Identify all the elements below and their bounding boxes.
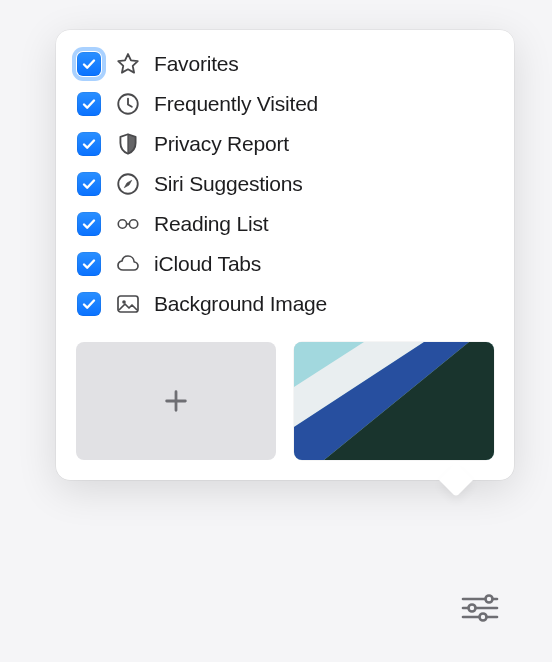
checkbox-siri-suggestions[interactable] <box>77 172 101 196</box>
svg-point-2 <box>118 220 126 228</box>
checkmark-icon <box>81 256 97 272</box>
option-privacy-report[interactable]: Privacy Report <box>76 128 494 160</box>
checkbox-wrap <box>76 91 102 117</box>
checkbox-wrap <box>76 251 102 277</box>
checkmark-icon <box>81 136 97 152</box>
sliders-icon <box>459 592 501 624</box>
checkmark-icon <box>81 296 97 312</box>
checkmark-icon <box>81 216 97 232</box>
checkbox-wrap <box>76 171 102 197</box>
option-label: Background Image <box>154 292 327 316</box>
checkbox-privacy-report[interactable] <box>77 132 101 156</box>
checkbox-icloud-tabs[interactable] <box>77 252 101 276</box>
option-background-image[interactable]: Background Image <box>76 288 494 320</box>
plus-icon <box>162 387 190 415</box>
customize-settings-button[interactable] <box>456 588 504 628</box>
checkbox-frequently-visited[interactable] <box>77 92 101 116</box>
option-frequently-visited[interactable]: Frequently Visited <box>76 88 494 120</box>
option-label: Reading List <box>154 212 268 236</box>
option-label: Favorites <box>154 52 239 76</box>
svg-point-11 <box>486 596 493 603</box>
image-icon <box>114 290 142 318</box>
checkbox-wrap <box>76 131 102 157</box>
compass-icon <box>114 170 142 198</box>
checkbox-wrap <box>76 211 102 237</box>
checkbox-wrap <box>76 291 102 317</box>
option-siri-suggestions[interactable]: Siri Suggestions <box>76 168 494 200</box>
svg-point-15 <box>480 614 487 621</box>
clock-icon <box>114 90 142 118</box>
star-icon <box>114 50 142 78</box>
option-label: iCloud Tabs <box>154 252 261 276</box>
checkbox-background-image[interactable] <box>77 292 101 316</box>
cloud-icon <box>114 250 142 278</box>
checkbox-reading-list[interactable] <box>77 212 101 236</box>
option-list: Favorites Frequently Visited Priva <box>76 48 494 320</box>
svg-rect-4 <box>118 296 138 312</box>
glasses-icon <box>114 210 142 238</box>
checkbox-favorites[interactable] <box>77 52 101 76</box>
option-label: Privacy Report <box>154 132 289 156</box>
svg-point-13 <box>469 605 476 612</box>
wallpaper-preview <box>294 342 494 460</box>
start-page-customize-popover: Favorites Frequently Visited Priva <box>56 30 514 480</box>
wallpaper-thumbnail[interactable] <box>294 342 494 460</box>
checkbox-favorites-wrap <box>76 51 102 77</box>
background-thumbnails <box>76 342 494 460</box>
add-background-button[interactable] <box>76 342 276 460</box>
shield-icon <box>114 130 142 158</box>
checkmark-icon <box>81 96 97 112</box>
option-reading-list[interactable]: Reading List <box>76 208 494 240</box>
option-label: Siri Suggestions <box>154 172 303 196</box>
option-favorites[interactable]: Favorites <box>76 48 494 80</box>
checkmark-icon <box>81 56 97 72</box>
checkmark-icon <box>81 176 97 192</box>
option-icloud-tabs[interactable]: iCloud Tabs <box>76 248 494 280</box>
option-label: Frequently Visited <box>154 92 318 116</box>
svg-point-3 <box>129 220 137 228</box>
